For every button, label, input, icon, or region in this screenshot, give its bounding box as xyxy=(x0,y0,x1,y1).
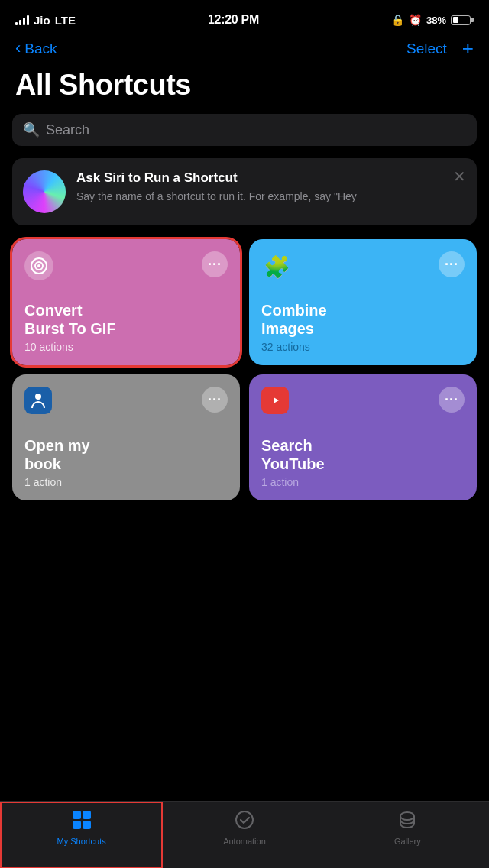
shortcut-card-combine-images[interactable]: 🧩 ··· CombineImages 32 actions xyxy=(249,239,477,365)
search-placeholder: Search xyxy=(46,122,89,138)
card-top: ··· xyxy=(24,387,228,414)
status-left: Jio LTE xyxy=(15,14,76,27)
lock-icon: 🔒 xyxy=(391,14,404,26)
svg-rect-9 xyxy=(73,821,81,829)
siri-title: Ask Siri to Run a Shortcut xyxy=(76,170,448,186)
siri-text-block: Ask Siri to Run a Shortcut Say the name … xyxy=(76,170,466,205)
automation-label: Automation xyxy=(223,837,266,846)
svg-rect-10 xyxy=(83,821,91,829)
automation-icon xyxy=(234,809,255,834)
tab-bar: My Shortcuts Automation Gallery xyxy=(0,801,489,868)
gallery-label: Gallery xyxy=(394,837,421,846)
card-bottom: ConvertBurst To GIF 10 actions xyxy=(24,280,228,353)
tab-gallery[interactable]: Gallery xyxy=(326,809,489,846)
shortcut-card-convert-burst[interactable]: ··· ConvertBurst To GIF 10 actions xyxy=(12,239,240,365)
shortcut-card-open-book[interactable]: ··· Open mybook 1 action xyxy=(12,374,240,500)
tab-my-shortcuts[interactable]: My Shortcuts xyxy=(0,809,163,846)
youtube-icon xyxy=(261,387,289,414)
page-title: All Shortcuts xyxy=(0,66,489,114)
card-name: ConvertBurst To GIF xyxy=(24,301,228,338)
nav-actions: Select + xyxy=(406,40,474,58)
siri-description: Say the name of a shortcut to run it. Fo… xyxy=(76,189,448,205)
add-button[interactable]: + xyxy=(462,38,474,58)
back-label: Back xyxy=(24,40,57,57)
card-bottom: SearchYouTube 1 action xyxy=(261,414,465,488)
status-right: 🔒 ⏰ 38% xyxy=(391,14,474,26)
card-actions: 1 action xyxy=(261,476,465,488)
siri-orb xyxy=(23,170,66,213)
card-more-button[interactable]: ··· xyxy=(202,251,228,277)
carrier-label: Jio xyxy=(34,14,50,27)
card-actions: 32 actions xyxy=(261,341,465,353)
nav-bar: ‹ Back Select + xyxy=(0,34,489,66)
select-button[interactable]: Select xyxy=(406,40,447,57)
signal-bars xyxy=(15,15,29,25)
my-shortcuts-label: My Shortcuts xyxy=(57,837,106,846)
tab-automation[interactable]: Automation xyxy=(163,809,325,846)
network-label: LTE xyxy=(55,14,76,27)
svg-point-2 xyxy=(37,264,40,267)
card-top: 🧩 ··· xyxy=(261,251,465,282)
siri-banner: Ask Siri to Run a Shortcut Say the name … xyxy=(12,158,477,225)
card-bottom: CombineImages 32 actions xyxy=(261,282,465,353)
search-icon: 🔍 xyxy=(23,121,40,138)
card-more-button[interactable]: ··· xyxy=(439,387,465,413)
battery-percent: 38% xyxy=(426,15,446,26)
siri-close-button[interactable]: ✕ xyxy=(453,169,466,184)
card-actions: 10 actions xyxy=(24,341,228,353)
time-label: 12:20 PM xyxy=(208,13,259,27)
svg-point-12 xyxy=(400,812,414,820)
card-name: Open mybook xyxy=(24,436,228,473)
card-bottom: Open mybook 1 action xyxy=(24,414,228,488)
card-name: SearchYouTube xyxy=(261,436,465,473)
svg-rect-7 xyxy=(73,811,81,819)
svg-rect-3 xyxy=(28,390,49,411)
shortcut-card-search-youtube[interactable]: ··· SearchYouTube 1 action xyxy=(249,374,477,500)
shortcuts-grid: ··· ConvertBurst To GIF 10 actions 🧩 ···… xyxy=(0,239,489,577)
card-more-button[interactable]: ··· xyxy=(202,387,228,413)
alarm-icon: ⏰ xyxy=(409,14,422,26)
battery-icon xyxy=(451,15,474,25)
puzzle-icon: 🧩 xyxy=(261,251,292,282)
gallery-icon xyxy=(397,809,418,834)
svg-rect-8 xyxy=(83,811,91,819)
card-more-button[interactable]: ··· xyxy=(439,251,465,277)
my-shortcuts-icon xyxy=(71,809,92,834)
svg-point-4 xyxy=(35,394,41,400)
search-bar[interactable]: 🔍 Search xyxy=(12,114,477,146)
card-top: ··· xyxy=(24,251,228,280)
card-name: CombineImages xyxy=(261,301,465,338)
back-button[interactable]: ‹ Back xyxy=(15,40,57,57)
card-top: ··· xyxy=(261,387,465,414)
back-chevron-icon: ‹ xyxy=(15,40,21,57)
card-actions: 1 action xyxy=(24,476,228,488)
svg-point-11 xyxy=(236,811,253,828)
target-icon xyxy=(24,251,53,280)
status-bar: Jio LTE 12:20 PM 🔒 ⏰ 38% xyxy=(0,0,489,34)
book-icon xyxy=(24,387,52,414)
